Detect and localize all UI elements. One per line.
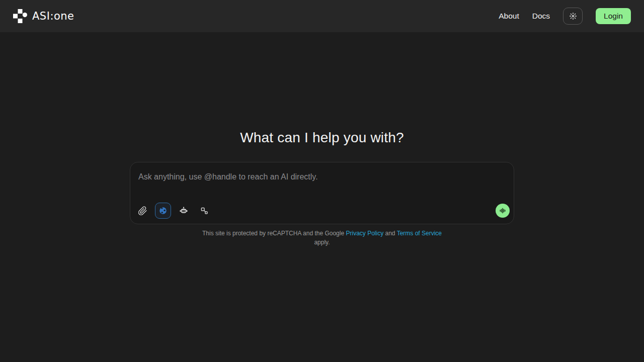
voice-input-button[interactable] <box>496 204 510 218</box>
header: ASI:one About Docs Login <box>0 0 644 32</box>
terms-of-service-link[interactable]: Terms of Service <box>397 230 442 237</box>
header-nav: About Docs Login <box>499 8 631 25</box>
agents-button[interactable] <box>176 203 192 219</box>
globe-icon <box>158 206 168 215</box>
nav-link-docs[interactable]: Docs <box>532 12 550 21</box>
login-button[interactable]: Login <box>596 8 631 24</box>
theme-toggle-button[interactable] <box>563 8 583 25</box>
asi-one-logo-icon <box>13 9 27 23</box>
recaptcha-text-before: This site is protected by reCAPTCHA and … <box>202 230 346 237</box>
recaptcha-text-after: apply. <box>314 239 330 246</box>
recaptcha-text-between: and <box>383 230 396 237</box>
chat-composer <box>130 162 514 224</box>
recaptcha-notice: This site is protected by reCAPTCHA and … <box>196 229 448 247</box>
page-title: What can I help you with? <box>0 129 644 146</box>
chat-input[interactable] <box>130 162 514 194</box>
robot-icon <box>179 206 189 216</box>
attach-button[interactable] <box>134 203 150 219</box>
privacy-policy-link[interactable]: Privacy Policy <box>346 230 383 237</box>
web-search-button[interactable] <box>155 203 171 219</box>
nav-link-about[interactable]: About <box>499 12 519 21</box>
asi-one-logo[interactable]: ASI:one <box>13 9 74 23</box>
waveform-icon <box>499 207 506 214</box>
connections-button[interactable] <box>196 203 212 219</box>
paperclip-icon <box>138 206 147 216</box>
logo-wordmark: ASI:one <box>32 10 74 22</box>
sun-icon <box>569 12 578 21</box>
main-content: What can I help you with? <box>0 129 644 247</box>
nodes-icon <box>200 206 209 215</box>
composer-toolbar <box>134 203 510 219</box>
